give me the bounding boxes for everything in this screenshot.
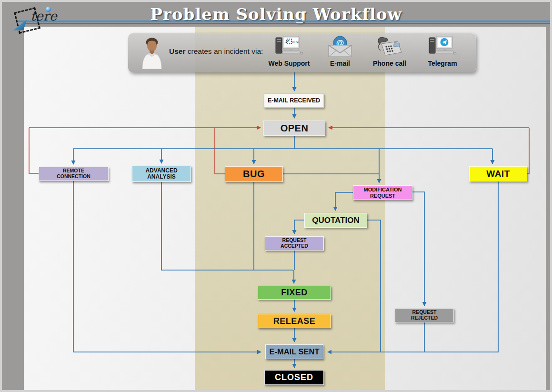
node-request-accepted: REQUEST ACCEPTED [265,236,324,251]
node-open: OPEN [263,121,325,136]
node-bug: BUG [225,166,283,182]
banner-caption-rest: creates an incident via: [185,47,263,55]
node-label: E-MAIL SENT [269,347,319,356]
channel-label: Phone call [363,60,416,67]
node-release: RELEASE [258,314,331,328]
etere-logo: tere [10,5,62,32]
node-label: WAIT [486,169,510,179]
banner-caption: User creates an incident via: [169,47,263,56]
node-label: RELEASE [273,316,316,326]
node-modification-request: MODIFICATION REQUEST [353,185,412,200]
logo-text: tere [30,9,57,23]
channel-telegram: Telegram [416,35,469,67]
node-advanced-analysis: ADVANCED ANALYSIS [132,166,191,182]
node-label: E-MAIL RECEIVED [268,97,320,104]
channel-label: Telegram [416,60,469,67]
user-icon [139,36,165,69]
node-label: MODIFICATION REQUEST [364,187,402,199]
flow-connectors [24,27,546,391]
node-closed: CLOSED [264,370,324,385]
desk-phone-icon [375,35,404,58]
node-remote-connection: REMOTE CONNECTION [39,167,109,181]
svg-text:tere: tere [292,40,299,44]
node-request-rejected: REQUEST REJECTED [395,308,454,322]
channel-phone: Phone call [363,35,416,67]
node-label: REMOTE CONNECTION [57,168,90,180]
channel-label: Web Support [262,60,316,67]
node-label: BUG [243,169,265,179]
node-email-sent: E-MAIL SENT [265,344,323,359]
node-label: QUOTATION [312,216,359,225]
node-email-received: E-MAIL RECEIVED [264,93,324,108]
header-blue-rule [17,20,550,22]
header-red-rule [24,23,550,24]
web-support-icon: tere [274,35,304,58]
channel-web-support: tere Web Support [262,35,316,67]
node-label: REQUEST ACCEPTED [281,238,308,249]
node-fixed: FIXED [258,286,331,300]
channel-label: E-mail [313,60,367,67]
node-wait: WAIT [469,166,527,181]
envelope-at-icon: @ [326,36,354,58]
node-label: ADVANCED ANALYSIS [145,168,177,181]
workflow-window: tere Problem Solving Workflow [0,0,552,392]
banner-caption-user: User [169,47,185,55]
incident-channels-banner: User creates an incident via: tere [128,33,476,72]
node-quotation: QUOTATION [304,213,367,228]
computer-telegram-icon [428,35,457,58]
diagram-canvas: User creates an incident via: tere [24,27,546,391]
node-label: CLOSED [275,372,313,382]
node-label: OPEN [281,123,309,133]
node-label: REQUEST REJECTED [411,310,438,321]
channel-email: @ E-mail [313,35,367,67]
node-label: FIXED [281,288,308,297]
